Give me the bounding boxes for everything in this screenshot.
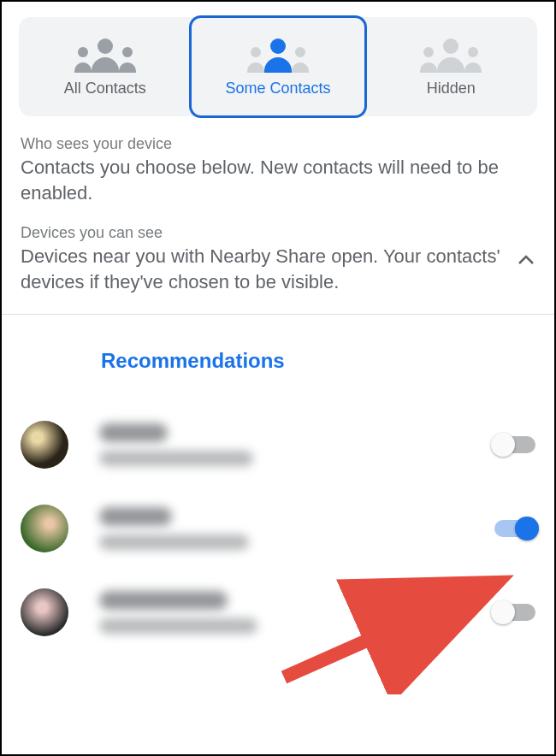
- recommendations-heading: Recommendations: [2, 315, 554, 407]
- contact-name-blurred: [99, 423, 168, 442]
- group-icon: [74, 37, 136, 73]
- tab-label: Hidden: [427, 80, 476, 97]
- contact-toggle[interactable]: [494, 436, 535, 453]
- tab-label: Some Contacts: [225, 80, 330, 97]
- visibility-tabbar: All Contacts Some Contacts Hidden: [19, 17, 537, 116]
- contact-info: [99, 423, 494, 466]
- visibility-description[interactable]: Who sees your device Contacts you choose…: [2, 135, 554, 295]
- tab-hidden[interactable]: Hidden: [365, 17, 537, 116]
- contact-row: [2, 491, 554, 575]
- avatar: [21, 421, 68, 469]
- contact-name-blurred: [99, 507, 172, 526]
- contact-name-blurred: [99, 591, 228, 610]
- devices-body: Devices near you with Nearby Share open.…: [21, 244, 535, 294]
- contact-toggle[interactable]: [494, 604, 535, 621]
- who-sees-body: Contacts you choose below. New contacts …: [21, 155, 535, 205]
- contact-phone-blurred: [99, 451, 253, 466]
- tab-all-contacts[interactable]: All Contacts: [19, 17, 191, 116]
- contact-row: [2, 407, 554, 491]
- contact-phone-blurred: [99, 535, 249, 550]
- contact-info: [99, 591, 494, 634]
- contact-info: [99, 507, 494, 550]
- tab-label: All Contacts: [64, 80, 146, 97]
- avatar: [21, 588, 68, 636]
- group-icon: [420, 37, 482, 73]
- avatar: [21, 505, 68, 552]
- contact-phone-blurred: [99, 618, 257, 634]
- contact-row: [2, 575, 554, 659]
- tab-some-contacts[interactable]: Some Contacts: [189, 15, 366, 118]
- collapse-icon[interactable]: [518, 250, 534, 269]
- contact-toggle[interactable]: [494, 520, 535, 537]
- group-icon: [247, 37, 309, 73]
- who-sees-title: Who sees your device: [21, 135, 535, 153]
- devices-title: Devices you can see: [21, 224, 535, 242]
